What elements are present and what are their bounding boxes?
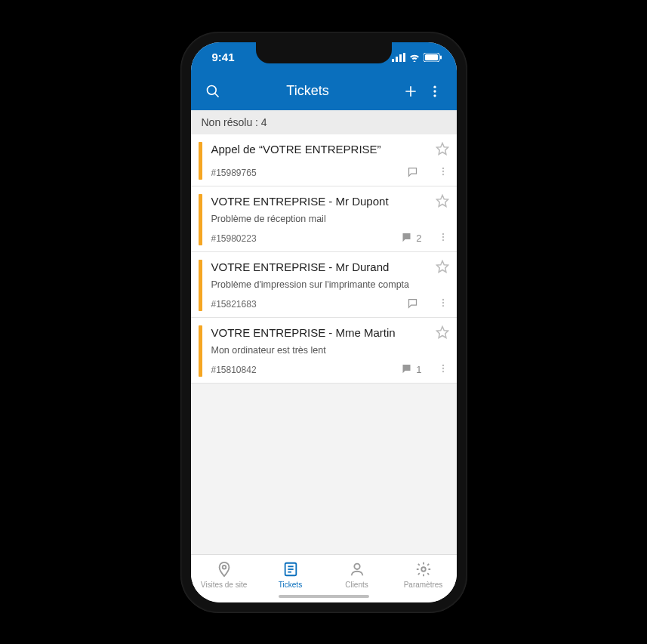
wifi-icon: [408, 53, 421, 62]
svg-rect-2: [399, 54, 402, 62]
svg-point-28: [442, 367, 443, 368]
ticket-id: #15821683: [211, 299, 384, 310]
comment-icon: [401, 363, 412, 377]
favorite-button[interactable]: [436, 325, 449, 342]
ticket-id: #15989765: [211, 168, 384, 178]
comment-count: 2: [416, 233, 421, 244]
svg-point-20: [442, 236, 443, 237]
svg-point-23: [442, 298, 443, 300]
ticket-subtitle: Problème de réception mail: [211, 214, 449, 224]
battery-icon: [424, 53, 442, 62]
svg-point-19: [442, 233, 443, 234]
priority-bar: [199, 325, 202, 377]
priority-bar: [199, 142, 202, 180]
search-button[interactable]: [205, 83, 221, 100]
add-button[interactable]: [402, 83, 419, 100]
favorite-button[interactable]: [436, 142, 449, 159]
comments-button[interactable]: 1: [392, 363, 422, 377]
row-more-button[interactable]: [437, 363, 449, 377]
comment-icon: [407, 297, 418, 311]
phone-frame: 9:41 Tickets Non résolu : 4: [180, 32, 467, 613]
filter-label: Non résolu : 4: [202, 116, 267, 128]
ticket-body: VOTRE ENTREPRISE - Mr Durand Problème d'…: [211, 260, 449, 311]
row-more-button[interactable]: [437, 232, 449, 245]
row-more-button[interactable]: [437, 297, 449, 311]
ticket-subtitle: Mon ordinateur est très lent: [211, 345, 449, 356]
comment-count: 1: [416, 364, 421, 375]
svg-marker-22: [436, 260, 448, 272]
ticket-row[interactable]: VOTRE ENTREPRISE - Mme Martin Mon ordina…: [191, 318, 457, 384]
home-indicator: [279, 595, 369, 598]
svg-rect-3: [403, 53, 405, 62]
nav-icon: [282, 561, 299, 579]
ticket-title: Appel de “VOTRE ENTREPRISE”: [211, 142, 436, 157]
svg-point-29: [442, 370, 443, 371]
ticket-subtitle: Problème d'impression sur l'imprimante c…: [211, 279, 449, 290]
row-more-button[interactable]: [437, 166, 449, 180]
svg-point-35: [354, 563, 359, 569]
cellular-icon: [392, 53, 405, 62]
priority-bar: [199, 194, 202, 245]
svg-point-7: [207, 85, 216, 94]
status-indicators: [392, 53, 442, 62]
favorite-button[interactable]: [436, 194, 449, 211]
more-vertical-icon: [427, 84, 442, 99]
comments-button[interactable]: 2: [392, 232, 422, 245]
svg-rect-6: [440, 55, 442, 59]
nav-item-clients[interactable]: Clients: [324, 561, 390, 589]
svg-marker-26: [436, 326, 448, 337]
plus-icon: [403, 84, 418, 99]
svg-marker-18: [436, 195, 448, 206]
nav-item-paramètres[interactable]: Paramètres: [390, 561, 457, 589]
comment-icon: [401, 232, 412, 245]
phone-notch: [256, 42, 392, 63]
ticket-body: Appel de “VOTRE ENTREPRISE” #15989765: [211, 142, 449, 180]
svg-point-25: [442, 304, 443, 306]
filter-bar[interactable]: Non résolu : 4: [191, 110, 457, 134]
comments-button[interactable]: [392, 166, 422, 180]
status-time: 9:41: [212, 51, 235, 63]
nav-label: Visites de site: [201, 581, 248, 589]
header-title: Tickets: [221, 83, 395, 99]
search-icon: [205, 84, 220, 99]
svg-point-24: [442, 301, 443, 303]
nav-label: Paramètres: [404, 581, 443, 589]
svg-rect-5: [425, 54, 438, 60]
ticket-id: #15810842: [211, 365, 384, 375]
nav-item-visites-de-site[interactable]: Visites de site: [191, 561, 257, 589]
svg-point-12: [433, 90, 436, 92]
ticket-row[interactable]: Appel de “VOTRE ENTREPRISE” #15989765: [191, 134, 457, 186]
svg-marker-14: [436, 143, 448, 154]
comments-button[interactable]: [392, 297, 422, 311]
ticket-row[interactable]: VOTRE ENTREPRISE - Mr Dupont Problème de…: [191, 186, 457, 252]
phone-screen: 9:41 Tickets Non résolu : 4: [191, 42, 457, 602]
svg-point-27: [442, 364, 443, 365]
svg-point-17: [442, 173, 443, 174]
header-more-button[interactable]: [427, 83, 443, 100]
ticket-body: VOTRE ENTREPRISE - Mr Dupont Problème de…: [211, 194, 449, 245]
svg-rect-1: [396, 57, 398, 62]
ticket-title: VOTRE ENTREPRISE - Mr Dupont: [211, 194, 436, 209]
svg-point-16: [442, 170, 443, 171]
comment-icon: [407, 166, 418, 180]
ticket-body: VOTRE ENTREPRISE - Mme Martin Mon ordina…: [211, 325, 449, 377]
svg-point-11: [433, 85, 436, 88]
nav-icon: [216, 561, 233, 579]
priority-bar: [199, 260, 202, 311]
ticket-list[interactable]: Appel de “VOTRE ENTREPRISE” #15989765 VO…: [191, 134, 457, 554]
favorite-button[interactable]: [436, 260, 449, 276]
ticket-title: VOTRE ENTREPRISE - Mme Martin: [211, 325, 436, 340]
ticket-id: #15980223: [211, 233, 384, 244]
svg-point-36: [421, 567, 426, 572]
nav-item-tickets[interactable]: Tickets: [257, 561, 324, 589]
svg-point-15: [442, 167, 443, 168]
ticket-row[interactable]: VOTRE ENTREPRISE - Mr Durand Problème d'…: [191, 252, 457, 318]
svg-line-8: [214, 93, 218, 97]
svg-point-13: [433, 94, 436, 97]
nav-label: Clients: [345, 581, 368, 589]
svg-point-30: [222, 565, 226, 569]
ticket-title: VOTRE ENTREPRISE - Mr Durand: [211, 260, 436, 275]
nav-icon: [415, 561, 432, 579]
svg-point-21: [442, 239, 443, 240]
nav-icon: [349, 561, 365, 579]
